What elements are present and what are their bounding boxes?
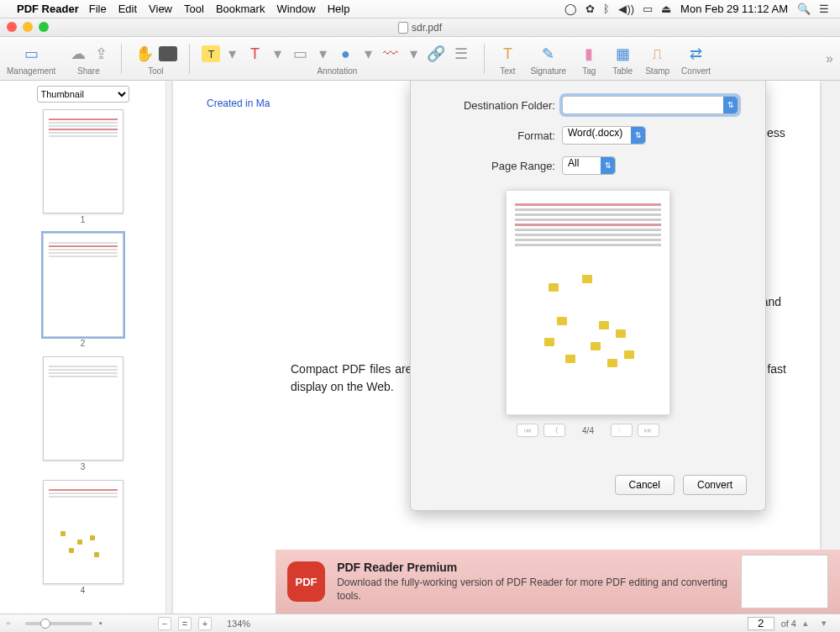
page-range-combo[interactable]: All⇅	[562, 156, 616, 175]
chevron-updown-icon: ⇅	[601, 157, 615, 174]
first-page-button[interactable]: ⏮	[517, 424, 538, 437]
main-area: Thumbnail 1 2 3 4 Created in Ma format t…	[0, 81, 840, 614]
menubar: PDF Reader File Edit View Tool Bookmark …	[0, 0, 840, 18]
close-button[interactable]	[7, 22, 17, 32]
cancel-button[interactable]: Cancel	[615, 475, 675, 495]
zoom-button[interactable]	[39, 22, 49, 32]
page-number-field[interactable]	[748, 617, 774, 630]
toolbar-overflow[interactable]: »	[826, 51, 833, 66]
preview-pager: ⏮ 〈 4/4 〉 ⏭	[429, 424, 747, 437]
menubar-clock[interactable]: Mon Feb 29 11:12 AM	[680, 3, 788, 15]
prev-page-icon[interactable]: ▴	[803, 618, 815, 629]
sidebar-mode-select[interactable]: Thumbnail	[37, 86, 129, 103]
toolbar-tag[interactable]: ▮Tag	[578, 41, 600, 76]
thumbnail-label: 3	[81, 462, 86, 471]
last-page-button[interactable]: ⏭	[638, 424, 659, 437]
promo-body: Download the fully-working version of PD…	[337, 577, 729, 603]
window-controls	[7, 22, 49, 32]
menu-bookmark[interactable]: Bookmark	[216, 3, 265, 15]
toolbar-convert[interactable]: ⇄Convert	[681, 41, 711, 76]
zoom-out-button[interactable]: −	[158, 617, 171, 630]
document-viewport[interactable]: Created in Ma format that preserves all …	[166, 81, 840, 614]
menu-window[interactable]: Window	[276, 3, 315, 15]
folder-icon: ▭	[20, 43, 42, 65]
format-combo[interactable]: Word(.docx)⇅	[562, 126, 646, 145]
menu-tool[interactable]: Tool	[184, 3, 204, 15]
gear-icon[interactable]: ✿	[585, 3, 595, 15]
toolbar-label: Tool	[148, 66, 163, 76]
titlebar: sdr.pdf	[0, 18, 840, 37]
range-value: All	[568, 157, 579, 169]
promo-banner[interactable]: PDF PDF Reader Premium Download the full…	[276, 550, 840, 614]
toolbar-signature[interactable]: ✎Signature	[530, 41, 566, 76]
toolbar-share[interactable]: ☁⇪ Share	[67, 41, 109, 76]
thumbnail-label: 2	[81, 339, 86, 348]
status-icon[interactable]: ◯	[564, 3, 577, 15]
tag-icon: ▮	[578, 43, 600, 65]
convert-button[interactable]: Convert	[683, 475, 747, 495]
menu-help[interactable]: Help	[328, 3, 350, 15]
cloud-icon: ☁	[67, 43, 89, 65]
link-icon: 🔗	[425, 43, 447, 65]
bluetooth-icon[interactable]: ᛒ	[603, 3, 610, 15]
slider-knob[interactable]	[40, 619, 50, 629]
prev-page-button[interactable]: 〈	[543, 424, 565, 437]
minimize-button[interactable]	[23, 22, 33, 32]
app-window: sdr.pdf ▭ Management ☁⇪ Share ✋ Tool T▾ …	[0, 18, 840, 632]
strike-icon: T	[244, 43, 265, 65]
form-icon: ☰	[450, 43, 472, 65]
pager-text: 4/4	[582, 426, 594, 435]
sidebar: Thumbnail 1 2 3 4	[0, 81, 166, 614]
dest-label: Destination Folder:	[429, 99, 555, 112]
status-bar: ▫ ▪ − = + 134% of 4 ▴ ▾	[0, 614, 840, 632]
toolbar-label: Signature	[530, 66, 566, 76]
chevron-down-icon: ▾	[360, 43, 376, 65]
toolbar-label: Management	[7, 66, 55, 76]
format-label: Format:	[429, 129, 555, 142]
pdf-badge-icon: PDF	[287, 561, 325, 602]
thumbnail-4[interactable]	[43, 480, 123, 584]
text-icon: T	[496, 43, 518, 65]
toolbar-table[interactable]: ▦Table	[612, 41, 633, 76]
highlight-icon: T	[202, 45, 220, 62]
menu-edit[interactable]: Edit	[118, 3, 137, 15]
thumbnail-3[interactable]	[43, 356, 123, 461]
toolbar-label: Text	[500, 66, 515, 76]
select-icon	[159, 46, 177, 61]
toolbar-label: Table	[612, 66, 633, 76]
chevron-down-icon: ▾	[405, 43, 422, 65]
chevron-updown-icon: ⇅	[723, 97, 738, 113]
zoom-in-button[interactable]: +	[198, 617, 212, 630]
promo-screenshot	[741, 555, 828, 608]
destination-folder-combo[interactable]: ⇅	[562, 96, 738, 114]
toolbar-annotation[interactable]: T▾ T▾ ▭▾ ●▾ 〰▾ 🔗 ☰ Annotation	[202, 41, 472, 76]
next-page-button[interactable]: 〉	[611, 424, 633, 437]
toolbar-stamp[interactable]: ⎍Stamp	[645, 41, 669, 76]
stamp-icon: ⎍	[647, 43, 669, 65]
zoom-slider[interactable]	[25, 622, 92, 625]
zoom-fit-button[interactable]: =	[178, 617, 192, 630]
thumbnail-1[interactable]	[43, 109, 123, 213]
toolbar-management[interactable]: ▭ Management	[7, 41, 55, 76]
zoom-out-small-icon[interactable]: ▫	[7, 618, 18, 629]
spotlight-icon[interactable]: 🔍	[797, 3, 811, 15]
menu-view[interactable]: View	[149, 3, 172, 15]
zoom-in-small-icon[interactable]: ▪	[99, 618, 111, 629]
thumbnail-label: 4	[81, 586, 86, 595]
window-title: sdr.pdf	[412, 22, 442, 34]
notification-icon[interactable]: ☰	[819, 3, 829, 15]
share-icon: ⇪	[92, 43, 109, 65]
display-icon[interactable]: ▭	[643, 3, 653, 15]
toolbar-divider	[121, 44, 122, 74]
toolbar-text[interactable]: TText	[496, 41, 518, 76]
menu-file[interactable]: File	[89, 3, 107, 15]
thumbnail-2[interactable]	[43, 233, 123, 337]
eject-icon[interactable]: ⏏	[661, 3, 671, 15]
next-page-icon[interactable]: ▾	[822, 618, 833, 629]
app-name[interactable]: PDF Reader	[17, 3, 79, 15]
chevron-down-icon: ▾	[269, 43, 286, 65]
chevron-updown-icon: ⇅	[631, 127, 645, 144]
volume-icon[interactable]: ◀))	[618, 3, 634, 15]
toolbar-tool[interactable]: ✋ Tool	[134, 41, 177, 76]
toolbar-label: Tag	[582, 66, 596, 76]
